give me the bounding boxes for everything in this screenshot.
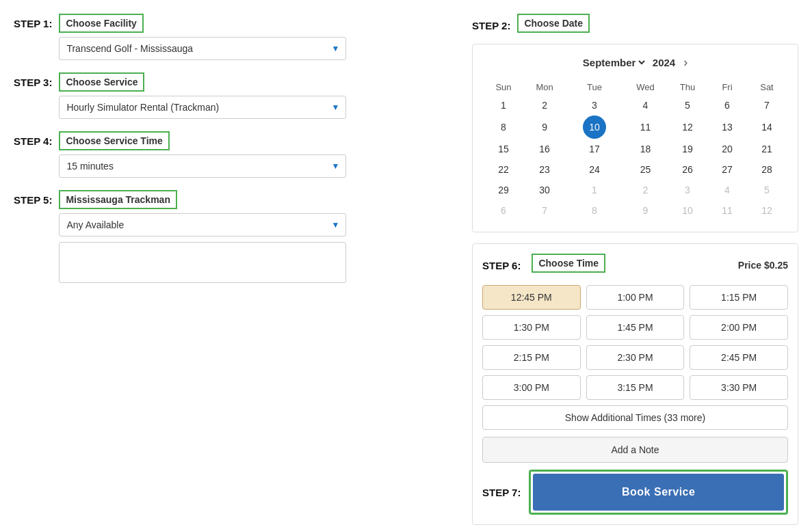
time-slot-button[interactable]: 1:45 PM	[586, 315, 685, 340]
time-slot-button[interactable]: 3:00 PM	[482, 375, 581, 400]
step3-label: STEP 3:	[14, 72, 52, 88]
calendar-day[interactable]: 16	[523, 139, 566, 159]
calendar-day[interactable]: 8	[566, 200, 623, 221]
calendar-body: 1234567891011121314151617181920212223242…	[484, 95, 787, 221]
time-slot-button[interactable]: 1:30 PM	[482, 315, 581, 340]
time-slot-button[interactable]: 2:30 PM	[586, 345, 685, 370]
calendar-day[interactable]: 5	[668, 95, 707, 116]
calendar-day[interactable]: 10	[668, 200, 707, 221]
step1-content: Choose Facility Transcend Golf - Mississ…	[59, 14, 451, 60]
calendar-day[interactable]: 20	[707, 139, 747, 159]
step6-label: STEP 6:	[482, 260, 521, 271]
calendar-day[interactable]: 1	[484, 95, 523, 116]
calendar-week-row: 22232425262728	[484, 159, 787, 180]
calendar-day[interactable]: 27	[707, 159, 747, 180]
calendar-next-btn[interactable]: ›	[681, 55, 690, 70]
calendar-week-row: 15161718192021	[484, 139, 787, 159]
calendar-day[interactable]: 12	[747, 200, 787, 221]
calendar-day[interactable]: 1	[566, 180, 623, 200]
calendar-day[interactable]: 28	[747, 159, 787, 180]
calendar-day[interactable]: 13	[707, 116, 747, 139]
note-textarea[interactable]	[59, 242, 346, 283]
calendar-day[interactable]: 2	[523, 95, 566, 116]
calendar-day[interactable]: 6	[484, 200, 523, 221]
time-slot-button[interactable]: 3:15 PM	[586, 375, 685, 400]
month-select[interactable]: September	[580, 56, 647, 69]
calendar-day[interactable]: 14	[747, 116, 787, 139]
service-select[interactable]: Hourly Simulator Rental (Trackman)	[59, 96, 346, 119]
left-panel: STEP 1: Choose Facility Transcend Golf -…	[14, 14, 451, 525]
price-label: Price $0.25	[738, 260, 788, 271]
add-note-button[interactable]: Add a Note	[482, 437, 788, 463]
step2-box: Choose Date	[517, 14, 590, 33]
service-select-wrapper: Hourly Simulator Rental (Trackman)	[59, 96, 346, 119]
calendar-grid: Sun Mon Tue Wed Thu Fri Sat 123456789101…	[484, 79, 787, 221]
step3-row: STEP 3: Choose Service Hourly Simulator …	[14, 72, 451, 119]
step4-content: Choose Service Time 15 minutes	[59, 131, 451, 178]
calendar-day[interactable]: 19	[668, 139, 707, 159]
calendar-day[interactable]: 22	[484, 159, 523, 180]
step1-row: STEP 1: Choose Facility Transcend Golf -…	[14, 14, 451, 60]
time-slot-button[interactable]: 1:00 PM	[586, 285, 685, 310]
time-slot-button[interactable]: 2:45 PM	[690, 345, 788, 370]
dow-tue: Tue	[566, 79, 623, 95]
calendar-day[interactable]: 6	[707, 95, 747, 116]
facility-select-wrapper: Transcend Golf - Mississauga	[59, 37, 346, 60]
step4-box: Choose Service Time	[59, 131, 169, 150]
calendar-day[interactable]: 3	[566, 95, 623, 116]
calendar-day[interactable]: 26	[668, 159, 707, 180]
calendar-header-row: Sun Mon Tue Wed Thu Fri Sat	[484, 79, 787, 95]
calendar-day[interactable]: 17	[566, 139, 623, 159]
calendar-day[interactable]: 21	[747, 139, 787, 159]
calendar-day[interactable]: 7	[747, 95, 787, 116]
calendar-day[interactable]: 11	[707, 200, 747, 221]
service-time-select[interactable]: 15 minutes	[59, 154, 346, 178]
calendar-day[interactable]: 3	[668, 180, 707, 200]
calendar-day[interactable]: 15	[484, 139, 523, 159]
calendar-day[interactable]: 24	[566, 159, 623, 180]
show-more-times-button[interactable]: Show Additional Times (33 more)	[482, 405, 788, 430]
time-slot-button[interactable]: 3:30 PM	[690, 375, 788, 400]
time-slot-button[interactable]: 2:00 PM	[690, 315, 788, 340]
calendar-year: 2024	[653, 57, 675, 68]
time-slot-button[interactable]: 1:15 PM	[690, 285, 788, 310]
calendar-day[interactable]: 5	[747, 180, 787, 200]
time-slot-button[interactable]: 2:15 PM	[482, 345, 581, 370]
time-header: STEP 6: Choose Time Price $0.25	[482, 254, 788, 277]
calendar-day[interactable]: 8	[484, 116, 523, 139]
calendar-day[interactable]: 29	[484, 180, 523, 200]
calendar-day[interactable]: 2	[623, 180, 668, 200]
facility-select[interactable]: Transcend Golf - Mississauga	[59, 37, 346, 60]
time-slot-button[interactable]: 12:45 PM	[482, 285, 581, 310]
step4-label: STEP 4:	[14, 131, 52, 147]
time-grid: 12:45 PM1:00 PM1:15 PM1:30 PM1:45 PM2:00…	[482, 285, 788, 400]
time-section: STEP 6: Choose Time Price $0.25 12:45 PM…	[472, 243, 798, 525]
right-panel: STEP 2: Choose Date September 2024 › Sun…	[472, 14, 798, 525]
calendar-day[interactable]: 18	[623, 139, 668, 159]
dow-sun: Sun	[484, 79, 523, 95]
calendar-day[interactable]: 7	[523, 200, 566, 221]
calendar-day[interactable]: 9	[523, 116, 566, 139]
step5-content: Mississauga Trackman Any Available	[59, 190, 451, 285]
step2-header: STEP 2: Choose Date	[472, 14, 798, 37]
calendar-day[interactable]: 23	[523, 159, 566, 180]
calendar-day[interactable]: 30	[523, 180, 566, 200]
step7-row: STEP 7: Book Service	[482, 470, 788, 515]
calendar-day[interactable]: 12	[668, 116, 707, 139]
calendar-day[interactable]: 4	[707, 180, 747, 200]
facility-location-select[interactable]: Any Available	[59, 213, 346, 237]
calendar-day[interactable]: 10	[566, 116, 623, 139]
step5-row: STEP 5: Mississauga Trackman Any Availab…	[14, 190, 451, 285]
facility-location-select-wrapper: Any Available	[59, 213, 346, 237]
book-service-button[interactable]: Book Service	[533, 474, 784, 511]
step2-label: STEP 2:	[472, 20, 510, 31]
calendar-week-row: 293012345	[484, 180, 787, 200]
step1-label: STEP 1:	[14, 14, 52, 29]
calendar-day[interactable]: 25	[623, 159, 668, 180]
dow-mon: Mon	[523, 79, 566, 95]
calendar-day[interactable]: 4	[623, 95, 668, 116]
calendar-day[interactable]: 9	[623, 200, 668, 221]
calendar-header: September 2024 ›	[484, 55, 787, 70]
step6-box: Choose Time	[532, 254, 605, 273]
calendar-day[interactable]: 11	[623, 116, 668, 139]
